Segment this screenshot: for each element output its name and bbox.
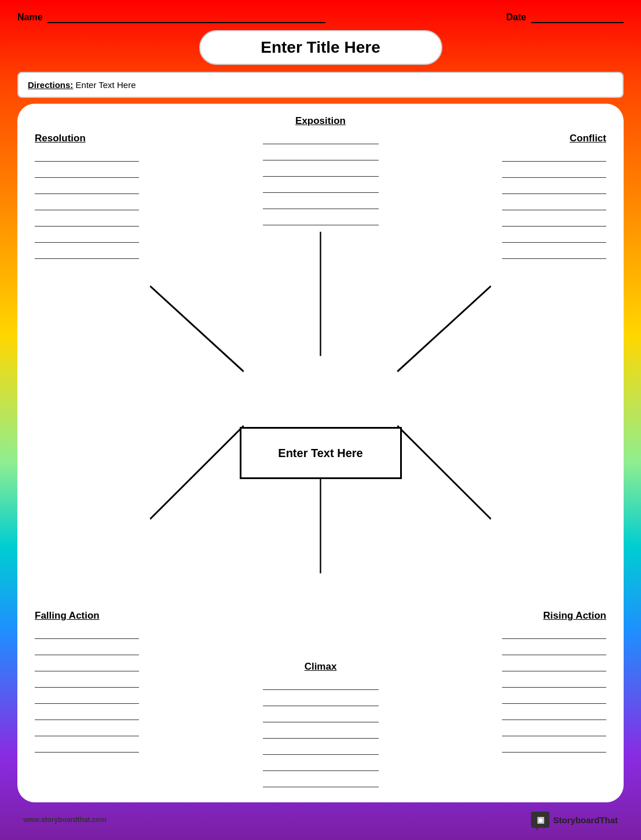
falling-action-line-2[interactable] — [35, 642, 139, 655]
storyboard-icon: ▣ — [531, 812, 550, 828]
conflict-line-1[interactable] — [502, 149, 606, 162]
rising-action-line-1[interactable] — [502, 626, 606, 639]
rising-action-line-8[interactable] — [502, 740, 606, 753]
center-box-text: Enter Text Here — [278, 447, 362, 460]
title-text: Enter Title Here — [261, 38, 380, 56]
brand-name: StoryboardThat — [553, 815, 618, 825]
climax-line-6[interactable] — [263, 758, 379, 771]
resolution-line-2[interactable] — [35, 165, 139, 178]
climax-line-7[interactable] — [263, 775, 379, 787]
rising-action-line-6[interactable] — [502, 707, 606, 720]
falling-action-line-3[interactable] — [35, 659, 139, 671]
date-input-line[interactable] — [531, 12, 624, 23]
resolution-line-3[interactable] — [35, 181, 139, 194]
climax-line-4[interactable] — [263, 726, 379, 739]
resolution-section: Resolution — [35, 133, 139, 262]
resolution-line-5[interactable] — [35, 214, 139, 227]
rising-action-line-5[interactable] — [502, 691, 606, 704]
svg-line-3 — [150, 426, 243, 519]
date-group: Date — [506, 12, 624, 23]
svg-line-1 — [150, 286, 243, 371]
conflict-line-2[interactable] — [502, 165, 606, 178]
exposition-section: Exposition — [263, 115, 379, 229]
svg-line-2 — [397, 286, 490, 371]
climax-title: Climax — [263, 661, 379, 673]
title-box[interactable]: Enter Title Here — [199, 30, 442, 65]
climax-section: Climax — [263, 661, 379, 791]
header-section: Name Date Enter Title Here Directions: E… — [17, 12, 624, 98]
footer-brand: ▣ StoryboardThat — [531, 812, 618, 828]
center-text-box[interactable]: Enter Text Here — [240, 427, 402, 479]
rising-action-line-4[interactable] — [502, 675, 606, 688]
resolution-line-7[interactable] — [35, 246, 139, 259]
exposition-line-4[interactable] — [263, 180, 379, 193]
resolution-title: Resolution — [35, 133, 139, 144]
climax-line-3[interactable] — [263, 710, 379, 722]
conflict-line-5[interactable] — [502, 214, 606, 227]
climax-line-1[interactable] — [263, 677, 379, 690]
resolution-line-1[interactable] — [35, 149, 139, 162]
directions-box[interactable]: Directions: Enter Text Here — [17, 72, 624, 98]
falling-action-line-7[interactable] — [35, 724, 139, 736]
conflict-title: Conflict — [502, 133, 606, 144]
diagram-container: Exposition Resolution C — [35, 115, 606, 791]
main-diagram-area: Exposition Resolution C — [17, 104, 624, 802]
date-label: Date — [506, 12, 526, 23]
falling-action-title: Falling Action — [35, 610, 139, 622]
climax-line-5[interactable] — [263, 742, 379, 755]
exposition-line-1[interactable] — [263, 132, 379, 144]
rising-action-line-7[interactable] — [502, 724, 606, 736]
name-label: Name — [17, 12, 43, 23]
rising-action-line-3[interactable] — [502, 659, 606, 671]
conflict-line-4[interactable] — [502, 198, 606, 210]
exposition-line-5[interactable] — [263, 196, 379, 209]
conflict-line-7[interactable] — [502, 246, 606, 259]
footer-website: www.storyboardthat.com — [23, 816, 107, 824]
falling-action-line-6[interactable] — [35, 707, 139, 720]
resolution-line-4[interactable] — [35, 198, 139, 210]
svg-line-4 — [397, 426, 490, 519]
exposition-line-3[interactable] — [263, 164, 379, 177]
rising-action-line-2[interactable] — [502, 642, 606, 655]
name-date-row: Name Date — [17, 12, 624, 23]
name-group: Name — [17, 12, 495, 23]
directions-label: Directions: — [28, 80, 73, 90]
directions-text: Enter Text Here — [76, 80, 136, 90]
falling-action-section: Falling Action — [35, 610, 139, 756]
conflict-line-3[interactable] — [502, 181, 606, 194]
falling-action-line-1[interactable] — [35, 626, 139, 639]
footer: www.storyboardthat.com ▣ StoryboardThat — [17, 805, 624, 834]
resolution-line-6[interactable] — [35, 230, 139, 243]
rising-action-section: Rising Action — [502, 610, 606, 756]
exposition-line-6[interactable] — [263, 213, 379, 225]
falling-action-line-8[interactable] — [35, 740, 139, 753]
exposition-title: Exposition — [263, 115, 379, 127]
falling-action-line-4[interactable] — [35, 675, 139, 688]
falling-action-line-5[interactable] — [35, 691, 139, 704]
exposition-line-2[interactable] — [263, 148, 379, 160]
conflict-line-6[interactable] — [502, 230, 606, 243]
name-input-line[interactable] — [47, 12, 325, 23]
conflict-section: Conflict — [502, 133, 606, 262]
climax-line-2[interactable] — [263, 693, 379, 706]
rising-action-title: Rising Action — [502, 610, 606, 622]
